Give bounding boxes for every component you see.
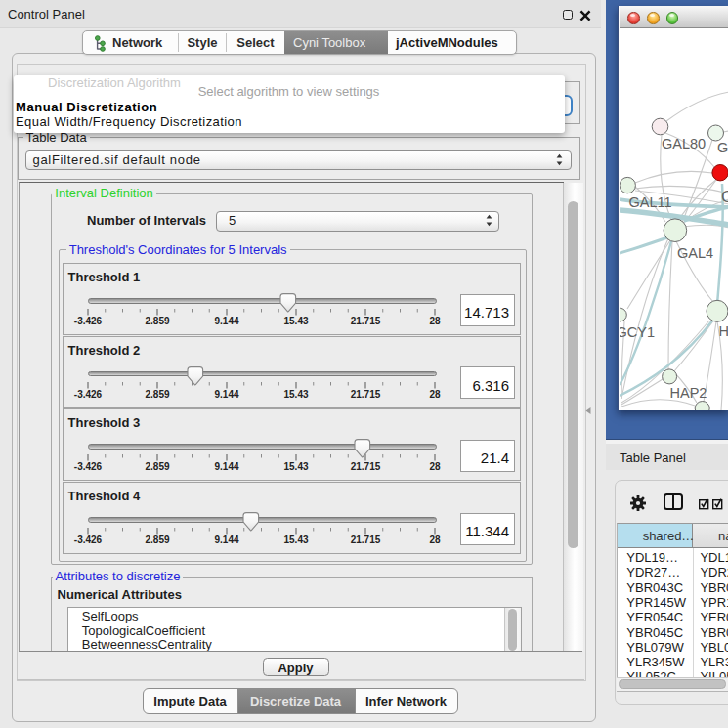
svg-text:GAL11: GAL11 xyxy=(628,194,671,210)
svg-text:C: C xyxy=(721,188,728,206)
svg-text:HAP2: HAP2 xyxy=(669,385,707,401)
svg-text:GAL80: GAL80 xyxy=(662,136,706,151)
svg-text:G.: G. xyxy=(717,140,728,155)
svg-text:GCY1: GCY1 xyxy=(620,324,655,340)
svg-text:GAL4: GAL4 xyxy=(677,244,713,260)
svg-text:HI: HI xyxy=(718,323,728,339)
